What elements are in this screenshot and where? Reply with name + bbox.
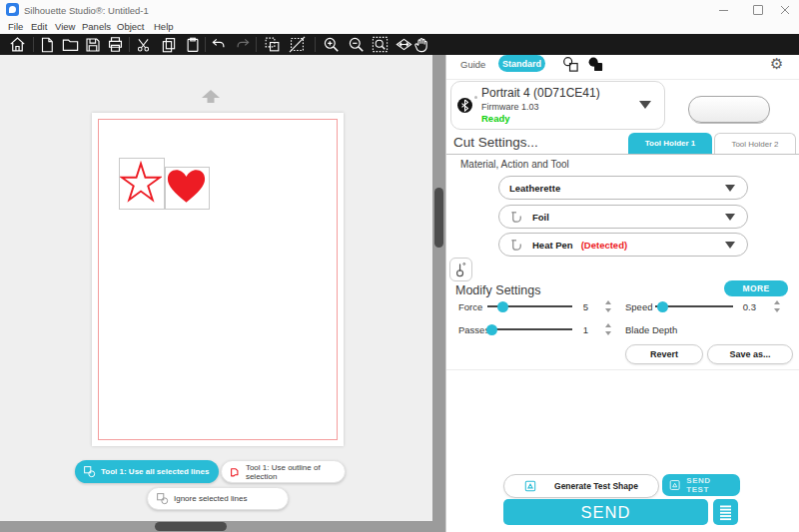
force-slider-thumb[interactable] [497, 301, 508, 312]
horizontal-scrollbar[interactable] [0, 521, 445, 532]
fit-to-page-icon [395, 35, 413, 54]
fill-color-mode-icon[interactable] [587, 56, 604, 73]
menu-help[interactable]: Help [154, 21, 174, 32]
star-outline-icon [120, 159, 162, 207]
action-value: Foil [532, 212, 549, 223]
redo-button[interactable] [233, 35, 253, 54]
passes-value: 1 [566, 324, 588, 335]
speed-slider[interactable] [655, 305, 733, 307]
passes-stepper[interactable] [604, 323, 612, 335]
menu-file[interactable]: File [8, 21, 23, 32]
panel-divider [446, 369, 799, 370]
close-button[interactable] [771, 0, 799, 20]
horizontal-scrollbar-thumb[interactable] [155, 522, 227, 531]
speed-slider-thumb[interactable] [657, 301, 668, 312]
window-title: Silhouette Studio®: Untitled-1 [24, 5, 149, 16]
tool1-use-all-lines-label: Tool 1: Use all selected lines [101, 467, 209, 476]
action-dropdown[interactable]: Foil [498, 205, 748, 229]
page-up-arrow-icon[interactable] [200, 89, 222, 104]
test-shape-icon [524, 480, 536, 492]
undo-button[interactable] [209, 35, 229, 54]
heart-shape[interactable] [165, 167, 210, 210]
material-dropdown[interactable]: Leatherette [498, 176, 748, 200]
tool1-use-outline-button[interactable]: Tool 1: Use outline of selection [221, 460, 346, 483]
ignore-selected-lines-button[interactable]: Ignore selected lines [147, 487, 289, 510]
generate-test-shape-button[interactable]: Generate Test Shape [503, 474, 659, 498]
menu-bar: File Edit View Panels Object Help [0, 20, 799, 34]
open-folder-icon [61, 35, 80, 54]
new-document-button[interactable] [37, 35, 57, 54]
menu-view[interactable]: View [55, 21, 75, 32]
action-dropdown-caret-icon [725, 214, 735, 221]
save-icon [84, 36, 102, 54]
new-document-icon [38, 36, 56, 54]
settings-gear-icon[interactable]: ⚙ [770, 55, 783, 73]
page[interactable] [92, 113, 344, 446]
temperature-button[interactable] [449, 258, 472, 281]
home-button[interactable] [7, 35, 27, 54]
tool-holder-icon [509, 210, 524, 225]
machine-illustration [688, 96, 770, 123]
tab-standard[interactable]: Standard [498, 55, 545, 72]
zoom-out-icon [347, 35, 366, 54]
speed-stepper[interactable] [773, 300, 781, 312]
scissors-icon [135, 36, 153, 54]
undo-icon [210, 36, 228, 54]
send-test-button[interactable]: SEND TEST [662, 474, 740, 496]
revert-button[interactable]: Revert [625, 344, 703, 364]
device-dropdown-caret-icon[interactable] [639, 101, 651, 109]
send-button[interactable]: SEND [503, 499, 708, 525]
paste-button[interactable] [183, 35, 203, 54]
design-canvas[interactable]: Tool 1: Use all selected lines Tool 1: U… [0, 55, 445, 532]
zoom-in-icon [322, 35, 341, 54]
zoom-selection-button[interactable] [370, 35, 390, 54]
menu-object[interactable]: Object [117, 21, 144, 32]
open-button[interactable] [60, 35, 80, 54]
menu-panels[interactable]: Panels [82, 21, 111, 32]
maximize-button[interactable] [743, 0, 773, 20]
print-button[interactable] [105, 35, 125, 54]
menu-edit[interactable]: Edit [31, 21, 47, 32]
device-selector[interactable]: Portrait 4 (0D71CE41) Firmware 1.03 Read… [450, 81, 665, 130]
deselect-button[interactable] [287, 35, 307, 54]
tool-dropdown[interactable]: Heat Pen (Detected) [498, 233, 748, 257]
vertical-scrollbar-thumb[interactable] [434, 188, 443, 248]
minimize-button[interactable] [709, 0, 739, 20]
passes-slider-thumb[interactable] [486, 324, 497, 335]
copy-icon [160, 36, 178, 54]
zoom-in-button[interactable] [321, 35, 341, 54]
send-test-label: SEND TEST [686, 476, 733, 494]
copy-button[interactable] [159, 35, 179, 54]
bluetooth-icon [457, 98, 472, 113]
force-slider[interactable] [487, 305, 572, 307]
save-as-button[interactable]: Save as... [707, 344, 793, 364]
cut-button[interactable] [134, 35, 154, 54]
select-all-button[interactable] [262, 35, 282, 54]
tool-holder-icon [509, 238, 524, 253]
tab-tool-holder-1[interactable]: Tool Holder 1 [628, 133, 712, 154]
more-button[interactable]: MORE [724, 280, 788, 296]
app-logo-icon [6, 3, 19, 16]
material-value: Leatherette [509, 183, 560, 194]
tool1-use-all-lines-button[interactable]: Tool 1: Use all selected lines [75, 460, 219, 483]
material-action-tool-label: Material, Action and Tool [460, 159, 569, 170]
ignore-lines-icon [156, 492, 169, 505]
zoom-out-button[interactable] [346, 35, 366, 54]
force-stepper[interactable] [604, 300, 612, 312]
tab-tool-holder-2[interactable]: Tool Holder 2 [714, 133, 796, 154]
modify-settings-title: Modify Settings [455, 283, 540, 297]
star-shape[interactable] [119, 158, 165, 210]
vertical-scrollbar[interactable] [432, 55, 445, 521]
zoom-selection-icon [371, 35, 390, 54]
job-queue-button[interactable] [713, 499, 738, 525]
queue-list-icon [719, 504, 732, 521]
paste-icon [184, 36, 202, 54]
passes-slider[interactable] [487, 328, 572, 330]
pan-button[interactable] [411, 35, 431, 54]
fit-to-page-button[interactable] [394, 35, 413, 54]
device-firmware: Firmware 1.03 [481, 102, 539, 112]
tab-guide[interactable]: Guide [460, 59, 485, 70]
save-button[interactable] [83, 35, 103, 54]
line-color-mode-icon[interactable] [562, 56, 579, 73]
hand-icon [412, 35, 431, 54]
